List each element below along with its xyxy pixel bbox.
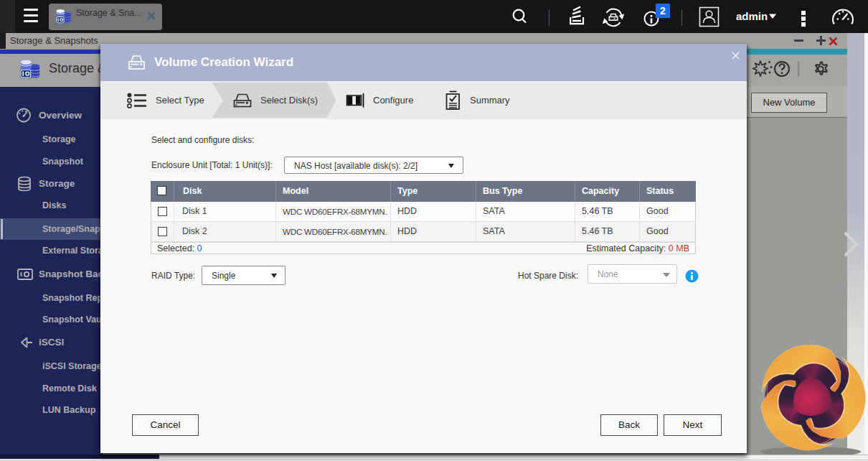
svg-text:2: 2 bbox=[660, 5, 666, 17]
